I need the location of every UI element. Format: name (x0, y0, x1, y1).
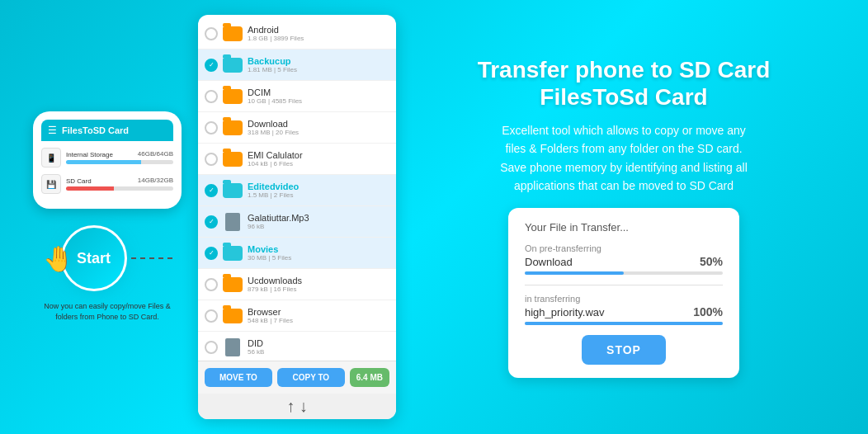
pre-transfer-progress-fill (525, 271, 624, 275)
sd-card-size: 14GB/32GB (138, 177, 173, 184)
file-meta: 318 MB | 20 Files (248, 129, 389, 136)
list-item[interactable]: Movies30 MB | 5 Files (198, 238, 396, 269)
file-meta: 30 MB | 5 Files (248, 254, 389, 262)
file-checkbox[interactable] (205, 215, 218, 229)
list-item[interactable]: Android1.8 GB | 3899 Files (198, 18, 396, 50)
phone-app-title: FilesToSD Card (62, 125, 129, 135)
app-title: Transfer phone to SD Card FilesToSd Card (478, 56, 771, 111)
scroll-arrows: ↑ ↓ (198, 394, 396, 419)
file-details: Download318 MB | 20 Files (248, 119, 389, 136)
file-name: Galatiuttar.Mp3 (248, 213, 389, 223)
phone-mockup: ☰ FilesToSD Card 📱 Internal Storage 46GB… (33, 111, 182, 209)
in-transfer-percent: 100% (693, 305, 723, 318)
file-type-icon (223, 276, 243, 293)
file-meta: 1.5 MB | 2 Files (248, 191, 389, 199)
file-list: Android1.8 GB | 3899 FilesBackucup1.81 M… (198, 15, 396, 361)
file-details: DID56 kB (248, 338, 389, 356)
app-description: Excellent tool which allows to copy or m… (492, 121, 756, 196)
sd-card-icon: 💾 (41, 174, 61, 194)
file-meta: 548 kB | 7 Files (248, 317, 389, 324)
in-transfer-file-row: high_priority.wav 100% (525, 305, 723, 318)
list-item[interactable]: Galatiuttar.Mp396 kB (198, 206, 396, 238)
middle-section: Android1.8 GB | 3899 FilesBackucup1.81 M… (198, 15, 396, 419)
in-transfer-progress-container (525, 322, 723, 325)
file-checkbox[interactable] (205, 278, 218, 291)
transfer-card-title: Your File in Transfer... (525, 221, 723, 234)
file-name: Ucdownloads (248, 276, 389, 285)
file-checkbox[interactable] (205, 153, 218, 166)
pre-transfer-file-row: Download 50% (525, 255, 723, 268)
bottom-actions: MOVE TO COPY TO 6.4 MB (198, 361, 396, 394)
internal-storage-bar (66, 160, 173, 164)
file-type-icon (223, 245, 243, 262)
file-details: Ucdownloads879 kB | 16 Files (248, 276, 389, 293)
size-badge: 6.4 MB (350, 368, 389, 387)
file-type-icon (223, 182, 243, 199)
start-button-container: 🤚 Start (43, 217, 172, 291)
list-item[interactable]: Editedvideo1.5 MB | 2 Files (198, 175, 396, 206)
file-type-icon (223, 214, 243, 230)
in-transfer-filename: high_priority.wav (525, 306, 605, 318)
file-name: Download (248, 119, 389, 129)
internal-storage-icon: 📱 (41, 148, 61, 167)
right-section: Transfer phone to SD Card FilesToSd Card… (396, 48, 851, 387)
pre-transfer-filename: Download (525, 256, 573, 268)
file-checkbox[interactable] (205, 59, 218, 72)
internal-storage-item: 📱 Internal Storage 46GB/64GB (41, 148, 173, 167)
file-type-icon (223, 57, 243, 73)
pre-transfer-progress-container (525, 271, 723, 275)
file-meta: 96 kB (248, 223, 389, 230)
pre-transfer-label: On pre-transferring (525, 243, 723, 253)
title-line2: FilesToSd Card (478, 83, 771, 111)
list-item[interactable]: EMI Calulator104 kB | 6 Files (198, 144, 396, 175)
file-name: Android (248, 25, 389, 35)
file-checkbox[interactable] (205, 341, 218, 354)
list-item[interactable]: Ucdownloads879 kB | 16 Files (198, 269, 396, 300)
file-checkbox[interactable] (205, 27, 218, 40)
file-details: Browser548 kB | 7 Files (248, 307, 389, 324)
hand-icon: 🤚 (43, 244, 73, 273)
file-checkbox[interactable] (205, 184, 218, 197)
file-details: Editedvideo1.5 MB | 2 Files (248, 182, 389, 199)
file-name: DID (248, 338, 389, 348)
pre-transfer-row: On pre-transferring Download 50% (525, 243, 723, 275)
list-item[interactable]: Backucup1.81 MB | 5 Files (198, 50, 396, 81)
internal-storage-info: Internal Storage 46GB/64GB (66, 151, 173, 164)
file-checkbox[interactable] (205, 309, 218, 323)
file-meta: 879 kB | 16 Files (248, 285, 389, 293)
file-checkbox[interactable] (205, 90, 218, 103)
file-checkbox[interactable] (205, 247, 218, 260)
in-transfer-label: in transferring (525, 294, 723, 304)
file-details: Movies30 MB | 5 Files (248, 244, 389, 262)
file-meta: 104 kB | 6 Files (248, 160, 389, 167)
left-section: ☰ FilesToSD Card 📱 Internal Storage 46GB… (17, 111, 198, 322)
move-to-button[interactable]: MOVE TO (205, 368, 272, 387)
in-transfer-row: in transferring high_priority.wav 100% (525, 294, 723, 325)
list-item[interactable]: Browser548 kB | 7 Files (198, 300, 396, 332)
file-checkbox[interactable] (205, 121, 218, 134)
file-type-icon (223, 88, 243, 105)
sd-card-item: 💾 SD Card 14GB/32GB (41, 174, 173, 194)
file-type-icon (223, 151, 243, 167)
list-item[interactable]: DID56 kB (198, 332, 396, 361)
list-item[interactable]: Download318 MB | 20 Files (198, 112, 396, 144)
file-details: Backucup1.81 MB | 5 Files (248, 56, 389, 73)
menu-icon: ☰ (48, 125, 57, 136)
stop-button[interactable]: STOP (582, 335, 666, 365)
file-details: EMI Calulator104 kB | 6 Files (248, 150, 389, 167)
bottom-description: Now you can easily copy/move Files & fol… (33, 301, 182, 322)
file-name: Editedvideo (248, 182, 389, 191)
pre-transfer-percent: 50% (700, 255, 723, 268)
list-item[interactable]: DCIM10 GB | 4585 Files (198, 81, 396, 112)
file-details: DCIM10 GB | 4585 Files (248, 87, 389, 105)
file-name: Movies (248, 244, 389, 254)
file-type-icon (223, 120, 243, 136)
copy-to-button[interactable]: COPY TO (277, 368, 345, 387)
file-type-icon (223, 26, 243, 42)
sd-card-bar (66, 186, 173, 191)
file-meta: 1.81 MB | 5 Files (248, 66, 389, 73)
phone-header: ☰ FilesToSD Card (41, 120, 173, 141)
title-line1: Transfer phone to SD Card (478, 56, 771, 84)
file-details: Galatiuttar.Mp396 kB (248, 213, 389, 230)
file-meta: 1.8 GB | 3899 Files (248, 35, 389, 42)
